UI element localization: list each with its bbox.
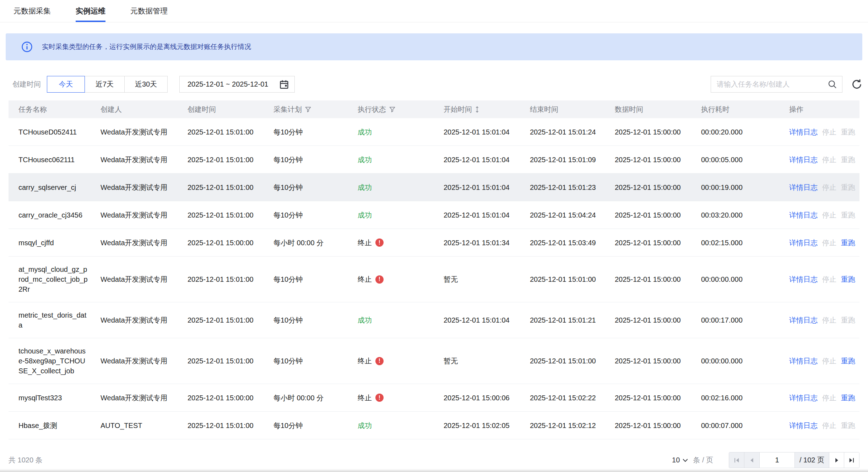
detail-log-link[interactable]: 详情日志	[789, 127, 818, 137]
range-today-button[interactable]: 今天	[47, 76, 85, 93]
column-header-end: 结束时间	[523, 100, 608, 118]
rerun-link: 重跑	[841, 127, 855, 137]
cell-data-time-text: 2025-12-01 15:00:00	[615, 127, 681, 137]
prev-page-button	[744, 452, 760, 468]
filter-bar: 创建时间 今天 近7天 近30天 2025-12-01 ~ 2025-12-01	[0, 76, 868, 93]
cell-duration: 00:03:20.000	[694, 201, 782, 229]
current-page-input[interactable]	[760, 452, 795, 468]
cell-end-time: 2025-12-01 15:04:24	[523, 201, 608, 229]
cell-schedule-text: 每10分钟	[273, 210, 303, 220]
cell-duration: 00:00:05.000	[694, 146, 782, 173]
table-footer: 共 1020 条 10 条 / 页	[9, 452, 859, 468]
date-range-picker[interactable]: 2025-12-01 ~ 2025-12-01	[179, 76, 295, 93]
rerun-link[interactable]: 重跑	[841, 356, 855, 366]
cell-schedule-text: 每10分钟	[273, 421, 303, 430]
cell-schedule-text: 每10分钟	[273, 127, 303, 137]
cell-schedule: 每10分钟	[267, 201, 351, 229]
detail-log-link[interactable]: 详情日志	[789, 182, 818, 192]
detail-log-link[interactable]: 详情日志	[789, 274, 818, 284]
status-text: 终止	[358, 238, 372, 248]
cell-creator: Wedata开发测试专用	[94, 384, 181, 411]
cell-task-name: metric_test_doris_data	[9, 302, 94, 338]
cell-start-time-text: 2025-12-01 15:01:04	[444, 210, 510, 220]
cell-end-time-text: 2025-12-01 15:01:00	[530, 274, 596, 284]
cell-status: 终止!	[351, 257, 437, 302]
detail-log-link[interactable]: 详情日志	[789, 315, 818, 325]
next-page-button[interactable]	[829, 452, 844, 468]
search-input[interactable]	[717, 80, 828, 88]
detail-log-link[interactable]: 详情日志	[789, 421, 818, 430]
table-row: msqyl_cjffdWedata开发测试专用2025-12-01 15:00:…	[9, 229, 859, 257]
cell-status: 成功	[351, 118, 437, 146]
range-7days-button[interactable]: 近7天	[85, 76, 125, 93]
cell-end-time: 2025-12-01 15:02:12	[523, 412, 608, 439]
cell-data-time: 2025-12-01 15:00:00	[608, 412, 694, 439]
detail-log-link[interactable]: 详情日志	[789, 210, 818, 220]
cell-task-name: carry_oracle_cj3456	[9, 201, 94, 229]
status-text: 终止	[358, 274, 372, 284]
table-row: mysqlTest323Wedata开发测试专用2025-12-01 15:00…	[9, 384, 859, 412]
cell-schedule-text: 每10分钟	[273, 356, 303, 366]
cell-status: 成功	[351, 146, 437, 173]
tab-metadata-management[interactable]: 元数据管理	[130, 0, 168, 22]
detail-log-link[interactable]: 详情日志	[789, 155, 818, 165]
search-icon[interactable]	[828, 79, 837, 89]
column-label: 采集计划	[273, 105, 302, 114]
stop-link: 停止	[822, 274, 836, 284]
range-30days-button[interactable]: 近30天	[124, 76, 168, 93]
cell-creator-text: Wedata开发测试专用	[101, 393, 168, 403]
error-icon: !	[375, 357, 384, 365]
cell-data-time-text: 2025-12-01 15:00:00	[615, 155, 681, 165]
create-time-label: 创建时间	[12, 79, 41, 89]
column-header-actions: 操作	[782, 100, 859, 118]
cell-duration-text: 00:00:07.000	[701, 421, 743, 430]
rerun-link[interactable]: 重跑	[841, 393, 855, 403]
cell-created-time-text: 2025-12-01 15:01:00	[188, 315, 254, 325]
page-size-select[interactable]: 10	[672, 456, 688, 464]
table-row: carry_sqlserver_cjWedata开发测试专用2025-12-01…	[9, 174, 859, 201]
status-text: 成功	[358, 315, 372, 325]
tab-metadata-collection[interactable]: 元数据采集	[13, 0, 51, 22]
cell-task-name-text: Hbase_拨测	[18, 421, 57, 430]
cell-start-time: 2025-12-01 15:01:04	[437, 174, 523, 201]
cell-created-time: 2025-12-01 15:01:00	[181, 302, 267, 338]
cell-duration: 00:02:15.000	[694, 229, 782, 256]
column-header-created: 创建时间	[181, 100, 267, 118]
cell-created-time-text: 2025-12-01 15:00:00	[188, 393, 254, 403]
cell-creator: Wedata开发测试专用	[94, 302, 181, 338]
tab-instance-ops[interactable]: 实例运维	[76, 0, 105, 22]
sort-icon[interactable]	[475, 106, 479, 113]
cell-creator-text: Wedata开发测试专用	[101, 155, 168, 165]
cell-start-time: 2025-12-01 15:01:34	[437, 229, 523, 256]
cell-duration: 00:00:17.000	[694, 302, 782, 338]
stop-link: 停止	[822, 182, 836, 192]
cell-actions: 详情日志停止重跑	[782, 257, 859, 302]
cell-schedule-text: 每小时 00:00 分	[273, 238, 324, 248]
column-label: 执行状态	[358, 105, 386, 114]
toolbar-right	[711, 76, 863, 93]
detail-log-link[interactable]: 详情日志	[789, 356, 818, 366]
rerun-link[interactable]: 重跑	[841, 274, 855, 284]
rerun-link[interactable]: 重跑	[841, 238, 855, 248]
cell-actions: 详情日志停止重跑	[782, 118, 859, 146]
time-range-group: 今天 近7天 近30天	[47, 76, 168, 93]
cell-creator: Wedata开发测试专用	[94, 174, 181, 201]
filter-icon[interactable]	[305, 106, 311, 113]
total-pages-label: / 102 页	[795, 452, 829, 468]
refresh-button[interactable]	[850, 78, 863, 91]
cell-duration: 00:00:20.000	[694, 118, 782, 146]
cell-task-name: msqyl_cjffd	[9, 229, 94, 256]
detail-log-link[interactable]: 详情日志	[789, 393, 818, 403]
table-header-row: 任务名称创建人创建时间采集计划执行状态开始时间结束时间数据时间执行耗时操作	[9, 100, 859, 118]
cell-created-time: 2025-12-01 15:01:00	[181, 257, 267, 302]
detail-log-link[interactable]: 详情日志	[789, 238, 818, 248]
cell-status: 终止!	[351, 384, 437, 411]
cell-duration: 00:00:00.000	[694, 338, 782, 384]
cell-task-name-text: msqyl_cjffd	[18, 238, 54, 248]
last-page-button[interactable]	[844, 452, 859, 468]
column-header-data_time: 数据时间	[608, 100, 694, 118]
pagination: 10 条 / 页 / 102 页	[672, 452, 859, 468]
filter-icon[interactable]	[389, 106, 396, 113]
page-size-value: 10	[672, 456, 680, 464]
column-label: 创建人	[101, 105, 122, 114]
